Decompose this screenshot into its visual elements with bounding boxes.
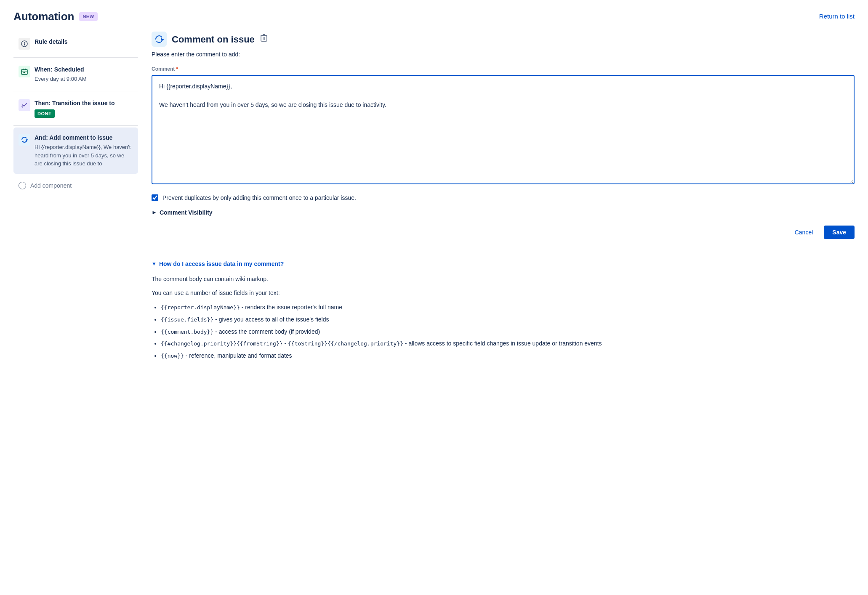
sidebar-item-comment-subtitle: Hi {{reporter.displayName}}, We haven't … bbox=[35, 143, 133, 168]
save-button[interactable]: Save bbox=[824, 226, 855, 239]
prevent-duplicates-label: Prevent duplicates by only adding this c… bbox=[162, 194, 356, 202]
header-left: Automation NEW bbox=[13, 8, 98, 25]
info-icon bbox=[19, 38, 30, 50]
section-header: Comment on issue bbox=[152, 32, 855, 47]
sidebar-item-when-content: When: Scheduled Every day at 9:00 AM bbox=[35, 65, 87, 83]
section-title: Comment on issue bbox=[172, 32, 255, 46]
section-description: Please enter the comment to add: bbox=[152, 50, 855, 59]
section-comment-icon bbox=[152, 32, 167, 47]
prevent-duplicates-checkbox[interactable] bbox=[152, 194, 158, 201]
comment-visibility-label: Comment Visibility bbox=[160, 208, 213, 217]
sidebar-item-comment-title: And: Add comment to issue bbox=[35, 133, 133, 142]
chevron-down-icon: ▼ bbox=[152, 260, 157, 268]
sidebar-item-rule-details-content: Rule details bbox=[35, 37, 68, 46]
sidebar-item-when-subtitle: Every day at 9:00 AM bbox=[35, 75, 87, 83]
transition-icon bbox=[19, 99, 30, 111]
svg-rect-7 bbox=[23, 72, 24, 73]
help-list-item-3: {{comment.body}} - access the comment bo… bbox=[161, 327, 855, 337]
help-toggle[interactable]: ▼ How do I access issue data in my comme… bbox=[152, 260, 855, 268]
comment-field-label: Comment * bbox=[152, 65, 855, 73]
app-title: Automation bbox=[13, 8, 74, 25]
prevent-duplicates-row: Prevent duplicates by only adding this c… bbox=[152, 194, 855, 202]
add-component-label: Add component bbox=[30, 181, 72, 190]
sidebar-item-transition-title: Then: Transition the issue to bbox=[35, 99, 115, 108]
svg-point-2 bbox=[24, 42, 25, 43]
help-list: {{reporter.displayName}} - renders the i… bbox=[152, 303, 855, 361]
sidebar-divider-1 bbox=[13, 57, 138, 58]
sidebar-item-comment[interactable]: And: Add comment to issue Hi {{reporter.… bbox=[13, 128, 138, 174]
sidebar-item-rule-details[interactable]: Rule details bbox=[13, 32, 138, 56]
cancel-button[interactable]: Cancel bbox=[788, 226, 820, 239]
help-section: ▼ How do I access issue data in my comme… bbox=[152, 251, 855, 361]
help-list-item-1: {{reporter.displayName}} - renders the i… bbox=[161, 303, 855, 313]
calendar-icon bbox=[19, 66, 30, 77]
sidebar-item-transition[interactable]: Then: Transition the issue to DONE bbox=[13, 93, 138, 124]
sidebar-divider-2 bbox=[13, 91, 138, 91]
help-para-1: The comment body can contain wiki markup… bbox=[152, 274, 855, 284]
help-body: The comment body can contain wiki markup… bbox=[152, 274, 855, 361]
add-component-button[interactable]: Add component bbox=[13, 175, 138, 196]
help-list-item-5: {{now}} - reference, manipulate and form… bbox=[161, 351, 855, 361]
help-list-item-4: {{#changelog.priority}}{{fromString}} - … bbox=[161, 339, 855, 349]
delete-icon[interactable] bbox=[261, 34, 267, 45]
svg-rect-9 bbox=[261, 36, 267, 41]
sidebar-divider-3 bbox=[13, 125, 138, 126]
app-header: Automation NEW Return to list bbox=[0, 0, 868, 32]
required-star: * bbox=[176, 65, 178, 73]
help-list-item-2: {{issue.fields}} - gives you access to a… bbox=[161, 315, 855, 325]
comment-textarea[interactable]: Hi {{reporter.displayName}}, We haven't … bbox=[152, 75, 855, 184]
help-para-2: You can use a number of issue fields in … bbox=[152, 288, 855, 298]
svg-rect-8 bbox=[24, 72, 25, 73]
svg-rect-1 bbox=[24, 43, 25, 45]
sidebar-item-when-title: When: Scheduled bbox=[35, 65, 87, 74]
sidebar-item-transition-content: Then: Transition the issue to DONE bbox=[35, 99, 115, 118]
comment-action-icon bbox=[19, 134, 30, 146]
sidebar-item-rule-details-title: Rule details bbox=[35, 37, 68, 46]
new-badge: NEW bbox=[79, 12, 97, 21]
add-component-circle-icon bbox=[19, 182, 26, 189]
main-layout: Rule details When: Scheduled Every day a… bbox=[0, 32, 868, 365]
sidebar-item-when-scheduled[interactable]: When: Scheduled Every day at 9:00 AM bbox=[13, 59, 138, 89]
sidebar-item-comment-content: And: Add comment to issue Hi {{reporter.… bbox=[35, 133, 133, 168]
return-to-list-link[interactable]: Return to list bbox=[819, 12, 855, 21]
done-badge: DONE bbox=[35, 109, 55, 118]
chevron-right-icon: ► bbox=[152, 208, 157, 217]
main-content: Comment on issue Please enter the commen… bbox=[148, 32, 855, 365]
comment-visibility-toggle[interactable]: ► Comment Visibility bbox=[152, 208, 855, 217]
action-buttons: Cancel Save bbox=[152, 226, 855, 239]
sidebar: Rule details When: Scheduled Every day a… bbox=[13, 32, 148, 365]
help-toggle-label: How do I access issue data in my comment… bbox=[159, 260, 284, 268]
